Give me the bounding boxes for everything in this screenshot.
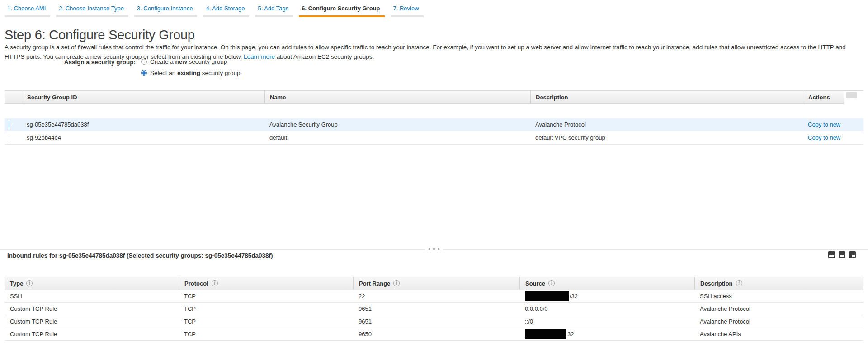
rule-description-cell: Avalanche Protocol	[694, 315, 863, 328]
header-description: Description	[530, 91, 803, 103]
rule-source-cell: ::/0	[519, 315, 694, 328]
redacted-ip-block	[525, 329, 566, 339]
page-title: Step 6: Configure Security Group	[5, 28, 195, 42]
tab-add-storage[interactable]: 4. Add Storage	[203, 4, 249, 17]
security-group-row-avalanche[interactable]: sg-05e35e44785da038f Avalanche Security …	[5, 118, 863, 131]
tab-review[interactable]: 7. Review	[391, 4, 424, 17]
rule-protocol-cell: TCP	[179, 290, 353, 302]
handle-dot	[438, 248, 439, 250]
rule-protocol-cell: TCP	[179, 303, 353, 315]
security-groups-table: Security Group ID Name Description Actio…	[5, 90, 863, 145]
info-icon[interactable]	[393, 280, 400, 286]
header-type: Type	[5, 277, 179, 290]
assign-security-group-section: Assign a security group: Create a new se…	[0, 58, 241, 81]
header-protocol: Protocol	[179, 277, 353, 290]
tab-configure-instance[interactable]: 3. Configure Instance	[134, 4, 198, 17]
info-icon[interactable]	[212, 280, 218, 286]
inbound-rules-heading: Inbound rules for sg-05e35e44785da038f (…	[7, 252, 273, 259]
table-scrollbar-thumb[interactable]	[846, 92, 857, 98]
learn-more-link[interactable]: Learn more	[244, 53, 275, 60]
security-groups-table-header: Security Group ID Name Description Actio…	[5, 90, 863, 104]
rule-port-cell: 9650	[353, 328, 519, 340]
row-checkbox-unchecked[interactable]	[9, 134, 9, 141]
rule-port-cell: 22	[353, 290, 519, 302]
rule-type-cell: Custom TCP Rule	[5, 303, 179, 315]
row-checkbox-checked[interactable]	[9, 121, 9, 128]
handle-dot	[433, 248, 435, 250]
radio-select-existing-icon[interactable]	[141, 70, 147, 76]
rule-type-cell: Custom TCP Rule	[5, 328, 179, 340]
inbound-rule-row-9651-ipv4: Custom TCP Rule TCP 9651 0.0.0.0/0 Avala…	[5, 303, 863, 315]
rule-port-cell: 9651	[353, 315, 519, 328]
rule-description-cell: SSH access	[694, 290, 863, 302]
handle-dot	[429, 248, 430, 250]
rule-type-cell: SSH	[5, 290, 179, 302]
table-scrollbar-track	[844, 91, 863, 104]
pane-view-minimize-icon[interactable]	[849, 251, 856, 258]
sg-name-cell: Avalanche Security Group	[264, 118, 530, 131]
header-checkbox-column	[5, 91, 22, 103]
rule-source-cell: 0.0.0.0/0	[519, 303, 694, 315]
radio-create-new-icon[interactable]	[141, 59, 147, 65]
copy-to-new-link[interactable]: Copy to new	[808, 134, 840, 141]
inbound-rule-row-9651-ipv6: Custom TCP Rule TCP 9651 ::/0 Avalanche …	[5, 315, 863, 328]
radio-select-existing-label: Select an existing security group	[150, 70, 241, 76]
header-rule-description: Description	[694, 277, 863, 290]
assign-security-group-label: Assign a security group:	[0, 58, 136, 81]
info-icon[interactable]	[736, 280, 742, 286]
header-source: Source	[519, 277, 694, 290]
radio-option-create-new-group[interactable]: Create a new security group	[141, 58, 241, 65]
rule-protocol-cell: TCP	[179, 328, 353, 340]
inbound-rule-row-9650: Custom TCP Rule TCP 9650 32 Avalanche AP…	[5, 328, 863, 341]
pane-resize-handle[interactable]	[425, 248, 443, 250]
intro-text-before: A security group is a set of firewall ru…	[5, 44, 846, 61]
rule-source-cell: 32	[519, 328, 694, 340]
header-port-range: Port Range	[353, 277, 519, 290]
sg-description-cell: default VPC security group	[530, 131, 803, 144]
rule-description-cell: Avalanche APIs	[694, 328, 863, 340]
intro-text-after: about Amazon EC2 security groups.	[277, 53, 374, 60]
rule-description-cell: Avalanche Protocol	[694, 303, 863, 315]
inbound-rules-table-header: Type Protocol Port Range Source Descript…	[5, 277, 863, 290]
sg-id-cell: sg-05e35e44785da038f	[22, 118, 264, 131]
tab-choose-ami[interactable]: 1. Choose AMI	[5, 4, 50, 17]
rule-type-cell: Custom TCP Rule	[5, 315, 179, 328]
radio-option-select-existing-group[interactable]: Select an existing security group	[141, 70, 241, 76]
redacted-ip-block	[525, 291, 569, 301]
sg-description-cell: Avalanche Protocol	[530, 118, 803, 131]
pane-view-full-icon[interactable]	[828, 251, 835, 258]
header-security-group-id: Security Group ID	[22, 91, 264, 103]
header-name: Name	[264, 91, 530, 103]
tab-configure-security-group[interactable]: 6. Configure Security Group	[299, 4, 384, 17]
rule-protocol-cell: TCP	[179, 315, 353, 328]
tab-add-tags[interactable]: 5. Add Tags	[255, 4, 293, 17]
copy-to-new-link[interactable]: Copy to new	[808, 121, 840, 128]
info-icon[interactable]	[548, 280, 555, 286]
tab-choose-instance-type[interactable]: 2. Choose Instance Type	[56, 4, 128, 17]
pane-view-split-icon[interactable]	[839, 251, 845, 258]
inbound-rule-row-ssh: SSH TCP 22 /32 SSH access	[5, 290, 863, 303]
info-icon[interactable]	[26, 280, 33, 286]
security-group-row-default[interactable]: sg-92bb44e4 default default VPC security…	[5, 131, 863, 145]
inbound-rules-table: Type Protocol Port Range Source Descript…	[5, 277, 863, 341]
rule-port-cell: 9651	[353, 303, 519, 315]
radio-create-new-label: Create a new security group	[150, 58, 227, 65]
pane-view-toggles	[828, 251, 856, 258]
sg-name-cell: default	[264, 131, 530, 144]
wizard-step-tabs: 1. Choose AMI 2. Choose Instance Type 3.…	[5, 4, 429, 17]
sg-id-cell: sg-92bb44e4	[22, 131, 264, 144]
rule-source-cell: /32	[519, 290, 694, 302]
